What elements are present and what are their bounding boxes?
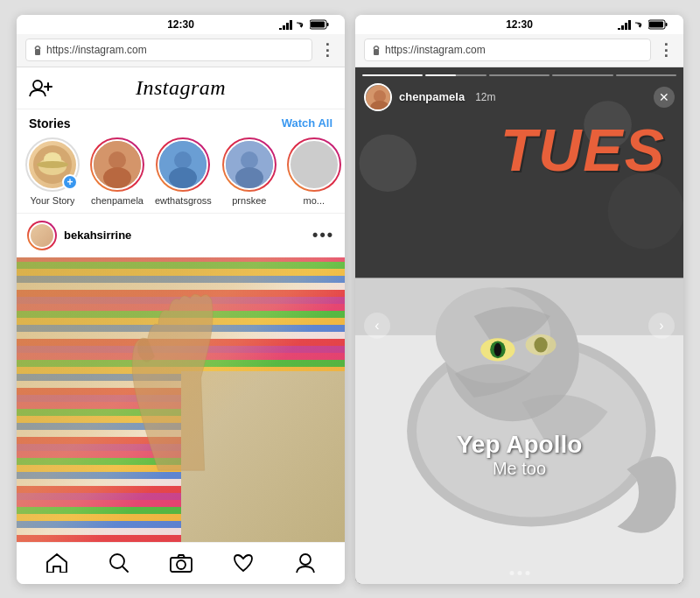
svg-point-48 xyxy=(534,337,547,352)
svg-point-8 xyxy=(33,81,42,89)
add-user-button[interactable] xyxy=(29,78,53,97)
battery-icon xyxy=(310,19,329,30)
add-user-icon xyxy=(29,78,53,97)
right-status-icons xyxy=(618,19,668,30)
hand-image-bg xyxy=(17,257,345,542)
svg-marker-0 xyxy=(279,28,282,30)
heart-nav-button[interactable] xyxy=(224,544,262,582)
svg-marker-2 xyxy=(286,23,289,30)
camera-icon xyxy=(170,553,192,573)
svg-point-22 xyxy=(241,151,258,169)
svg-point-19 xyxy=(174,151,192,169)
signal-icon xyxy=(279,19,292,30)
profile-icon xyxy=(296,552,315,573)
stories-title: Stories xyxy=(29,116,70,130)
post-image xyxy=(17,257,345,542)
prnskee-avatar-wrapper xyxy=(222,137,276,192)
svg-point-54 xyxy=(374,90,386,102)
watch-all-button[interactable]: Watch All xyxy=(282,116,332,130)
right-url-bar[interactable]: https://instagram.com xyxy=(364,39,651,61)
chenpamela-image xyxy=(94,141,141,188)
progress-bar-3 xyxy=(489,74,550,76)
story-username: chenpamela xyxy=(399,90,465,103)
your-story-avatar-wrapper: + xyxy=(25,137,80,192)
left-url-bar[interactable]: https://instagram.com xyxy=(25,39,312,61)
post-header: bekahsirrine ••• xyxy=(17,214,345,257)
left-status-bar: 12:30 xyxy=(17,15,345,34)
ewthatsgross-avatar xyxy=(158,139,208,190)
post-user: bekahsirrine xyxy=(27,221,131,250)
your-story-plus-icon: + xyxy=(62,174,78,190)
story-item-prnskee[interactable]: prnskee xyxy=(222,137,276,206)
home-nav-button[interactable] xyxy=(38,544,76,582)
stories-scroll: + Your Story xyxy=(17,137,345,206)
svg-rect-6 xyxy=(311,21,325,27)
more-label: mo... xyxy=(304,195,325,206)
story-item-ewthatsgross[interactable]: ewthatsgross xyxy=(155,137,212,206)
svg-rect-36 xyxy=(374,49,379,55)
prnskee-label: prnskee xyxy=(232,195,266,206)
story-view: chenpamela 12m ✕ TUES Yep Apollo Me too … xyxy=(355,67,683,584)
battery-icon-r xyxy=(648,19,668,30)
left-status-icons xyxy=(279,19,329,30)
right-url-text: https://instagram.com xyxy=(385,44,486,56)
story-user-avatar xyxy=(364,83,392,111)
post-username: bekahsirrine xyxy=(64,229,131,242)
search-nav-button[interactable] xyxy=(100,544,138,582)
heart-icon xyxy=(233,553,254,573)
svg-point-28 xyxy=(300,554,311,565)
url-text: https://instagram.com xyxy=(46,44,147,56)
wifi-icon-r xyxy=(634,20,646,29)
svg-point-47 xyxy=(494,342,502,355)
story-item-chenpamela[interactable]: chenpamela xyxy=(90,137,144,206)
instagram-logo: Instagram xyxy=(136,76,226,100)
story-close-button[interactable]: ✕ xyxy=(654,87,675,108)
svg-point-16 xyxy=(108,151,126,169)
ewthatsgross-avatar-wrapper xyxy=(156,137,210,192)
right-status-bar: 12:30 xyxy=(355,15,683,34)
story-prev-button[interactable]: ‹ xyxy=(364,313,390,339)
chenpamela-avatar xyxy=(92,139,143,190)
story-item-your-story[interactable]: + Your Story xyxy=(25,137,80,206)
story-sub-text: Me too xyxy=(457,459,583,479)
wifi-icon xyxy=(295,20,307,29)
stories-header: Stories Watch All xyxy=(17,116,345,137)
browser-menu-button[interactable]: ⋮ xyxy=(319,40,336,60)
svg-line-25 xyxy=(122,566,128,572)
your-story-label: Your Story xyxy=(31,195,75,206)
story-dot-1 xyxy=(509,571,514,575)
signal-icon-r xyxy=(618,19,631,30)
svg-rect-7 xyxy=(35,49,40,55)
more-avatar-wrapper xyxy=(287,137,341,192)
post-more-button[interactable]: ••• xyxy=(312,226,334,244)
progress-bar-4 xyxy=(552,74,612,76)
progress-bar-5 xyxy=(616,74,676,76)
post-avatar[interactable] xyxy=(27,221,57,250)
profile-nav-button[interactable] xyxy=(286,544,325,582)
svg-point-27 xyxy=(177,560,186,569)
ewthatsgross-image xyxy=(159,141,206,188)
story-next-button[interactable]: › xyxy=(648,313,675,339)
prnskee-image xyxy=(226,141,273,188)
svg-point-14 xyxy=(37,161,68,168)
feed-post: bekahsirrine ••• xyxy=(17,214,345,542)
bottom-nav xyxy=(17,542,345,584)
right-phone: 12:30 xyxy=(355,15,683,584)
svg-point-51 xyxy=(608,172,683,249)
left-phone: 12:30 xyxy=(17,15,345,584)
right-browser-menu-button[interactable]: ⋮ xyxy=(658,40,675,60)
svg-marker-3 xyxy=(290,20,292,30)
svg-marker-30 xyxy=(621,25,624,30)
story-item-more[interactable]: mo... xyxy=(287,137,341,206)
svg-point-17 xyxy=(103,167,131,188)
camera-nav-button[interactable] xyxy=(162,544,200,582)
svg-rect-34 xyxy=(666,23,668,26)
svg-marker-29 xyxy=(618,28,620,30)
left-time: 12:30 xyxy=(167,18,194,31)
left-address-bar: https://instagram.com ⋮ xyxy=(17,34,345,67)
stories-section: Stories Watch All xyxy=(17,109,345,214)
svg-marker-31 xyxy=(625,23,627,30)
prnskee-avatar xyxy=(224,139,275,190)
hand-svg xyxy=(82,285,262,485)
right-time: 12:30 xyxy=(506,18,533,31)
